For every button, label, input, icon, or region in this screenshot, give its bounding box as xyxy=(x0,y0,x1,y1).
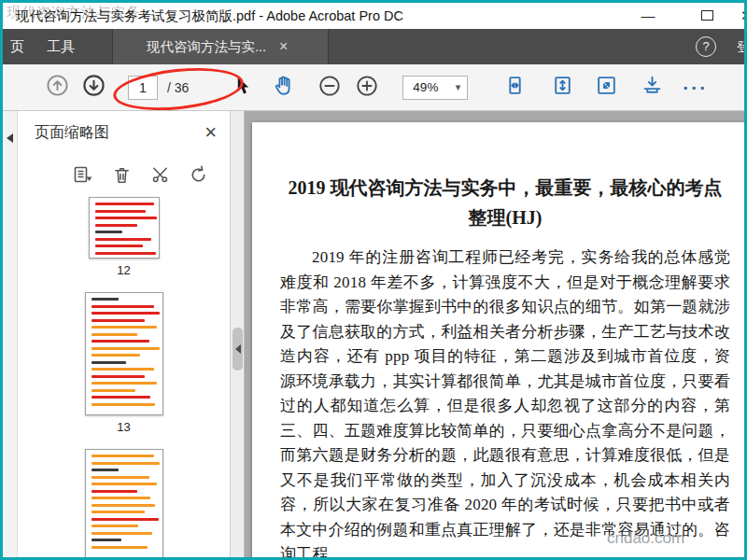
thumbnail-text-line xyxy=(92,305,154,308)
acrobat-window: 现代咨询方法与实务 现代咨询方法与实务考试复习极简版.pdf - Adobe A… xyxy=(0,0,747,560)
thumbnail-text-line xyxy=(92,389,136,392)
document-viewport[interactable]: 2019 现代咨询方法与实务中，最重要，最核心的考点整理(HJ) 2019 年的… xyxy=(245,111,744,557)
read-mode-button[interactable] xyxy=(641,74,664,101)
collapse-pane-icon[interactable] xyxy=(7,133,13,143)
minus-circle-icon xyxy=(318,75,341,101)
cursor-arrow-icon xyxy=(233,76,251,100)
thumbnail-text-line xyxy=(92,396,151,399)
fit-page-icon xyxy=(551,74,574,101)
next-page-button[interactable] xyxy=(82,74,106,101)
thumbnail-options-button[interactable] xyxy=(72,163,94,186)
thumbnail-text-line xyxy=(95,210,147,213)
tab-document[interactable]: 现代咨询方法与实... × xyxy=(112,29,329,64)
tab-close-icon[interactable]: × xyxy=(279,38,288,55)
thumbnail-text-line xyxy=(92,469,120,471)
hand-tool-button[interactable] xyxy=(272,74,296,102)
thumbnail-page-image[interactable] xyxy=(85,292,163,415)
thumbnail-text-line xyxy=(92,518,159,521)
thumbnail-page-image[interactable] xyxy=(85,449,163,557)
tab-bar: 页 工具 现代咨询方法与实... × ? 登录 xyxy=(3,29,744,64)
document-title: 2019 现代咨询方法与实务中，最重要，最核心的考点整理(HJ) xyxy=(280,173,730,232)
thumbnail-text-line xyxy=(92,361,127,364)
thumbnail-list: 121314 xyxy=(18,195,230,557)
thumbnail-page-image[interactable] xyxy=(89,197,160,259)
thumbnail-text-line xyxy=(95,217,158,219)
page-count-label: / 36 xyxy=(167,80,189,95)
thumbnail-text-line xyxy=(92,511,145,513)
collapse-left-icon xyxy=(235,344,241,354)
chevron-down-icon: ▾ xyxy=(456,81,468,93)
tab-tools[interactable]: 工具 xyxy=(35,29,86,64)
select-tool-button[interactable] xyxy=(233,76,251,100)
thumbnail-text-line xyxy=(92,504,156,507)
thumbnail-text-line xyxy=(92,546,148,549)
fullscreen-button[interactable] xyxy=(595,74,618,101)
thumbnail-text-line xyxy=(92,462,161,465)
thumbnails-panel-header: 页面缩略图 × xyxy=(18,111,230,154)
thumbnail-text-line xyxy=(92,403,156,406)
nav-pane-strip[interactable] xyxy=(3,111,18,557)
arrow-up-circle-icon xyxy=(46,74,69,101)
thumbnail-text-line xyxy=(95,245,144,247)
help-icon[interactable]: ? xyxy=(696,36,716,57)
window-title: 现代咨询方法与实务考试复习极简版.pdf - Adobe Acrobat Pro… xyxy=(16,7,403,25)
arrow-down-circle-icon xyxy=(82,74,106,101)
document-body-text: 2019 年的注册咨询工程师已经考完，实务给我的总体感觉难度和 2018 年差不… xyxy=(280,245,730,557)
thumbnail-page-number: 13 xyxy=(117,420,130,434)
thumbnail-item[interactable]: 12 xyxy=(89,197,160,277)
thumbnail-text-line xyxy=(92,375,145,378)
thumbnail-text-line xyxy=(92,483,158,485)
thumbnail-text-line xyxy=(92,347,161,350)
plus-circle-icon xyxy=(356,75,378,101)
thumbnail-text-line xyxy=(92,298,120,301)
cut-pages-button[interactable] xyxy=(149,164,171,186)
splitter-handle[interactable] xyxy=(233,328,243,371)
delete-page-button[interactable] xyxy=(111,164,133,186)
thumbnail-item[interactable]: 14 xyxy=(85,449,163,557)
previous-page-button[interactable] xyxy=(46,74,69,101)
close-button[interactable]: ✕ xyxy=(740,6,747,26)
document-tab-label: 现代咨询方法与实... xyxy=(147,38,266,56)
title-bar: 现代咨询方法与实务 现代咨询方法与实务考试复习极简版.pdf - Adobe A… xyxy=(3,3,744,29)
thumbnail-text-line xyxy=(95,238,152,241)
thumbnails-panel-title: 页面缩略图 xyxy=(35,123,204,143)
zoom-level-select[interactable]: 49% ▾ xyxy=(402,76,468,100)
fit-width-button[interactable] xyxy=(503,74,527,101)
thumbnail-text-line xyxy=(92,319,145,322)
thumbnails-toolbar xyxy=(18,154,230,195)
main-toolbar: 1 / 36 49% xyxy=(3,64,744,111)
hand-icon xyxy=(272,74,296,102)
fullscreen-icon xyxy=(595,74,618,101)
zoom-level-value: 49% xyxy=(403,80,455,94)
thumbnail-text-line xyxy=(92,382,158,385)
page-number-input[interactable]: 1 xyxy=(128,76,158,100)
fit-page-button[interactable] xyxy=(551,74,574,101)
thumbnail-text-line xyxy=(92,312,161,315)
minimize-button[interactable]: — xyxy=(638,6,658,26)
thumbnail-page-number: 12 xyxy=(117,263,130,277)
thumbnail-item[interactable]: 13 xyxy=(85,292,163,434)
thumbnail-text-line xyxy=(92,333,137,336)
zoom-out-button[interactable] xyxy=(318,75,341,101)
panel-close-icon[interactable]: × xyxy=(204,123,217,142)
thumbnail-text-line xyxy=(92,326,158,329)
tab-home[interactable]: 页 xyxy=(3,29,35,64)
thumbnail-text-line xyxy=(95,203,155,205)
maximize-button[interactable] xyxy=(701,10,713,21)
read-mode-icon xyxy=(641,74,664,101)
thumbnail-text-line xyxy=(95,224,138,227)
document-page: 2019 现代咨询方法与实务中，最重要，最核心的考点整理(HJ) 2019 年的… xyxy=(252,122,744,557)
rotate-page-button[interactable] xyxy=(188,164,209,186)
thumbnail-text-line xyxy=(92,490,137,493)
content-area: 页面缩略图 × xyxy=(3,111,744,557)
thumbnail-text-line xyxy=(92,532,153,535)
more-tools-button[interactable]: ··· xyxy=(683,77,708,99)
thumbnail-text-line xyxy=(92,368,154,371)
thumbnail-text-line xyxy=(92,497,151,499)
thumbnail-text-line xyxy=(92,476,149,479)
thumbnails-panel: 页面缩略图 × xyxy=(18,111,231,557)
panel-splitter[interactable] xyxy=(231,111,245,557)
zoom-in-button[interactable] xyxy=(356,75,378,101)
watermark-bottom: cndao.com xyxy=(607,529,684,548)
sign-in-button[interactable]: 登录 xyxy=(737,39,744,56)
